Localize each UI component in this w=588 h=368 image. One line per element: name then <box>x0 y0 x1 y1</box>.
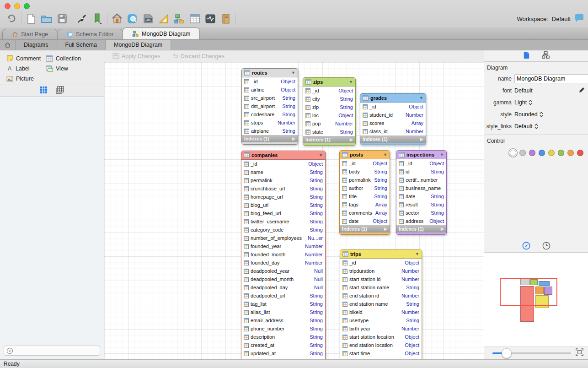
field-row[interactable]: permalink String <box>340 176 390 184</box>
field-row[interactable]: email_address String <box>241 316 325 325</box>
color-swatch[interactable] <box>577 150 583 156</box>
color-swatch[interactable] <box>519 150 526 156</box>
field-row[interactable]: blog_feed_url String <box>241 209 325 217</box>
monitor-icon[interactable] <box>203 12 218 26</box>
style-popup[interactable]: Rounded <box>514 111 585 118</box>
field-row[interactable]: end station location Object <box>340 341 422 349</box>
field-row[interactable]: tags Array <box>340 200 390 209</box>
color-swatch[interactable] <box>558 150 564 156</box>
field-row[interactable]: alias_list String <box>241 308 325 316</box>
field-row[interactable]: student_id Number <box>360 111 426 119</box>
field-row[interactable]: state String <box>303 128 355 136</box>
field-row[interactable]: name String <box>241 168 325 176</box>
field-row[interactable]: business_name <box>396 184 446 192</box>
field-row[interactable]: overview String <box>241 357 325 359</box>
collection-header[interactable]: zips ▼ <box>303 78 355 87</box>
field-row[interactable]: _id Object <box>241 160 325 168</box>
style-links-popup[interactable]: Default <box>514 123 585 130</box>
collection-table-companies[interactable]: companies ▼ _id Object name String perma… <box>241 151 326 359</box>
hierarchy-icon[interactable] <box>542 51 550 60</box>
js-icon[interactable]: JS <box>140 12 156 26</box>
collapse-triangle-icon[interactable]: ▼ <box>291 70 295 75</box>
field-row[interactable]: airline Object <box>242 86 298 94</box>
indexes-footer[interactable]: Indexes (1) ▶ <box>360 135 426 143</box>
field-row[interactable]: zip String <box>303 103 355 111</box>
palette-item-collection[interactable]: Collection <box>46 55 100 62</box>
collapse-triangle-icon[interactable]: ▼ <box>349 80 353 84</box>
discard-changes-button[interactable]: Discard Changes <box>172 53 225 60</box>
field-row[interactable]: sector String <box>396 209 446 217</box>
close-window-button[interactable] <box>5 3 11 9</box>
field-row[interactable]: start time Object <box>340 349 422 357</box>
save-icon[interactable] <box>54 12 70 26</box>
field-row[interactable]: comments Array <box>340 209 390 217</box>
field-row[interactable]: twitter_username String <box>241 217 325 226</box>
connect-icon[interactable] <box>74 12 90 26</box>
field-row[interactable]: description String <box>241 333 325 341</box>
field-row[interactable]: author String <box>340 184 390 192</box>
field-row[interactable]: scores Array <box>360 119 426 127</box>
field-row[interactable]: updated_at String <box>241 349 325 357</box>
diagram-name-input[interactable] <box>514 74 588 83</box>
field-row[interactable]: permalink String <box>241 176 325 184</box>
indexes-footer[interactable]: Indexes (1) ▶ <box>303 136 355 143</box>
tab-start-page[interactable]: Start Page <box>2 29 58 39</box>
navigator-compass-icon[interactable] <box>522 242 530 252</box>
field-row[interactable]: created_at String <box>241 341 325 349</box>
field-row[interactable]: homepage_url String <box>241 193 325 201</box>
field-row[interactable]: start station location Object <box>340 333 422 341</box>
field-row[interactable]: class_id Number <box>360 127 426 135</box>
field-row[interactable]: end station name String <box>340 300 422 308</box>
color-swatch[interactable] <box>510 150 516 156</box>
zoom-slider[interactable] <box>492 352 571 354</box>
home-icon[interactable] <box>109 12 125 26</box>
collapse-triangle-icon[interactable]: ▼ <box>440 152 444 157</box>
diagram-canvas[interactable]: routes ▼ _id Object airline Object src_a… <box>104 62 484 359</box>
indexes-footer[interactable]: Indexes (1) ▶ <box>340 225 390 233</box>
field-row[interactable]: founded_year Number <box>241 242 325 250</box>
palette-item-view[interactable]: View <box>46 65 100 72</box>
tab-schema-editor[interactable]: Schema Editor <box>57 29 123 39</box>
field-row[interactable]: body String <box>340 168 390 176</box>
field-row[interactable]: _id Object <box>242 77 298 86</box>
grid-view-icon[interactable] <box>40 86 48 96</box>
new-document-icon[interactable] <box>23 12 39 26</box>
collection-header[interactable]: trips ▼ <box>340 250 422 259</box>
collection-header[interactable]: companies ▼ <box>241 151 325 160</box>
field-row[interactable]: crunchbase_url String <box>241 184 325 193</box>
fit-to-window-icon[interactable] <box>576 348 583 358</box>
minimap[interactable] <box>484 253 588 346</box>
feedback-bubble-icon[interactable] <box>574 14 584 24</box>
field-row[interactable]: deadpooled_day Null <box>241 283 325 292</box>
font-value[interactable]: Default <box>514 87 578 94</box>
edit-pencil-icon[interactable] <box>578 87 585 95</box>
palette-item-label[interactable]: A Label <box>6 65 46 72</box>
field-row[interactable]: start station id Number <box>340 275 422 283</box>
field-row[interactable]: loc Object <box>303 111 355 119</box>
field-row[interactable]: founded_day Number <box>241 259 325 267</box>
collapse-triangle-icon[interactable]: ▼ <box>383 152 387 157</box>
tree-filter-box[interactable] <box>4 346 100 356</box>
field-row[interactable]: _id Object <box>340 159 390 168</box>
field-row[interactable]: city String <box>303 95 355 103</box>
undo-icon[interactable] <box>4 12 19 26</box>
collection-table-inspections[interactable]: inspections ▼ _id Object id String certi… <box>396 150 447 235</box>
zoom-slider-knob[interactable] <box>502 348 512 358</box>
field-row[interactable]: number_of_employees Nu...er <box>241 234 325 242</box>
book-icon[interactable] <box>218 12 234 26</box>
field-row[interactable]: result String <box>396 200 446 209</box>
indexes-footer[interactable]: Indexes (1) ▶ <box>396 225 446 233</box>
field-row[interactable]: start station name String <box>340 283 422 292</box>
stacked-view-icon[interactable] <box>56 86 64 96</box>
field-row[interactable]: date Object <box>340 217 390 225</box>
nav-home-button[interactable] <box>0 40 16 50</box>
field-row[interactable]: _id Object <box>303 87 355 95</box>
color-swatch[interactable] <box>548 150 555 156</box>
field-row[interactable] <box>340 357 422 359</box>
field-row[interactable]: deadpooled_url String <box>241 292 325 300</box>
document-properties-icon[interactable] <box>523 51 530 61</box>
minimize-window-button[interactable] <box>14 3 20 9</box>
field-row[interactable]: _id Object <box>360 103 426 111</box>
field-row[interactable]: category_code String <box>241 226 325 234</box>
diagram-icon[interactable] <box>171 12 187 26</box>
